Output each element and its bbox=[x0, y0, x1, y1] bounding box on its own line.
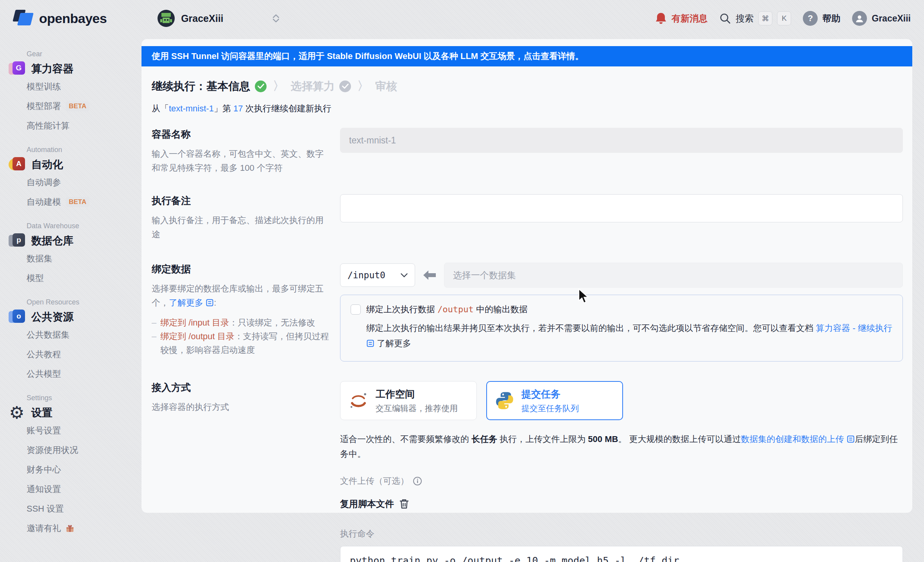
sidebar-item-auto-modeling[interactable]: 自动建模BETA bbox=[27, 192, 141, 212]
notifications-label: 有新消息 bbox=[672, 13, 707, 25]
kbd-cmd: ⌘ bbox=[758, 11, 772, 25]
top-header: openbayes GraceXiii 有新消息 搜索 ⌘ K ? 帮助 bbox=[0, 0, 924, 37]
workspace-name: GraceXiii bbox=[181, 13, 223, 24]
sidebar-item-public-models[interactable]: 公共模型 bbox=[27, 364, 141, 384]
public-resources-icon: o bbox=[9, 309, 25, 325]
beta-badge: BETA bbox=[66, 101, 90, 111]
bind-output-desc: 绑定上次执行的输出结果并拷贝至本次执行，若并不需要以前的输出，可不勾选此项以节省… bbox=[366, 321, 892, 351]
workspace-picker[interactable]: GraceXiii bbox=[158, 10, 279, 27]
search-icon bbox=[719, 13, 731, 24]
kbd-k: K bbox=[777, 11, 791, 25]
sidebar-item-public-resources[interactable]: o 公共资源 bbox=[9, 309, 141, 325]
user-menu[interactable]: GraceXiii bbox=[852, 11, 911, 26]
help-button[interactable]: ? 帮助 bbox=[803, 11, 840, 26]
command-textarea[interactable]: python train.py -o /output -e 10 -m mode… bbox=[340, 546, 903, 562]
brand-name: openbayes bbox=[39, 11, 107, 26]
wizard-steps: 继续执行：基本信息 〉 选择算力 〉 审核 bbox=[152, 78, 912, 94]
sidebar-item-billing-center[interactable]: 财务中心 bbox=[27, 460, 141, 480]
reuse-script-label: 复用脚本文件 bbox=[340, 498, 394, 510]
step-separator-icon: 〉 bbox=[357, 78, 369, 94]
sidebar-item-account-settings[interactable]: 账号设置 bbox=[27, 421, 141, 440]
continue-doc-link[interactable]: 算力容器 - 继续执行 bbox=[816, 323, 892, 333]
gear-icon: ⚙ bbox=[9, 404, 25, 421]
sidebar-item-datasets[interactable]: 数据集 bbox=[27, 249, 141, 268]
learn-more-link[interactable]: 了解更多 bbox=[169, 298, 203, 308]
file-upload-label: 文件上传（可选） bbox=[340, 475, 409, 487]
check-circle-green-icon bbox=[255, 81, 267, 92]
step-review: 审核 bbox=[375, 79, 397, 94]
workspace-card[interactable]: 工作空间 交互编辑器，推荐使用 bbox=[340, 381, 477, 420]
bind-output-bullet: –绑定到 /output 目录：支持读写，但拷贝过程较慢，影响容器启动速度 bbox=[152, 329, 331, 357]
info-icon[interactable] bbox=[413, 476, 422, 486]
chevron-down-icon bbox=[401, 273, 408, 277]
sidebar-item-data-warehouse[interactable]: p 数据仓库 bbox=[9, 233, 141, 249]
sidebar-item-auto-tuning[interactable]: 自动调参 bbox=[27, 173, 141, 192]
container-name-label: 容器名称 bbox=[152, 128, 340, 141]
dataset-select-input[interactable] bbox=[444, 263, 903, 288]
user-avatar bbox=[852, 11, 867, 26]
compute-container-icon: G bbox=[9, 61, 25, 77]
data-warehouse-icon: p bbox=[9, 233, 25, 249]
automation-icon: A bbox=[9, 156, 25, 173]
sidebar-item-ssh-settings[interactable]: SSH 设置 bbox=[27, 499, 141, 519]
bind-output-checkbox[interactable] bbox=[351, 304, 361, 315]
search-button[interactable]: 搜索 ⌘ K bbox=[719, 11, 791, 25]
workspace-card-title: 工作空间 bbox=[376, 388, 458, 401]
sidebar-item-referral[interactable]: 邀请有礼 bbox=[27, 519, 141, 538]
sidebar-section-label-open-resources: Open Resources bbox=[27, 298, 141, 306]
mount-path-select[interactable]: /input0 bbox=[340, 263, 415, 287]
sidebar-item-model-training[interactable]: 模型训练 bbox=[27, 77, 141, 97]
step-separator-icon: 〉 bbox=[273, 78, 285, 94]
container-link[interactable]: text-mnist-1 bbox=[169, 104, 214, 113]
sidebar-item-hpc[interactable]: 高性能计算 bbox=[27, 116, 141, 136]
task-caption: 适合一次性的、不需要频繁修改的 长任务 执行，上传文件上限为 500 MB。 更… bbox=[340, 432, 903, 461]
sidebar-item-public-tutorials[interactable]: 公共教程 bbox=[27, 345, 141, 364]
run-number-link[interactable]: 17 bbox=[233, 104, 243, 113]
bell-icon bbox=[655, 12, 667, 25]
run-note-desc: 输入执行备注，用于备忘、描述此次执行的用途 bbox=[152, 213, 328, 242]
sidebar-item-notification-settings[interactable]: 通知设置 bbox=[27, 480, 141, 499]
sidebar-item-model-deployment[interactable]: 模型部署BETA bbox=[27, 97, 141, 116]
access-mode-desc: 选择容器的执行方式 bbox=[152, 400, 328, 414]
chevron-updown-icon bbox=[273, 14, 279, 22]
command-value: python train.py -o /output -e 10 -m mode… bbox=[350, 555, 679, 562]
sidebar-section-label-gear: Gear bbox=[27, 50, 141, 58]
dataset-upload-doc-link[interactable]: 数据集的创建和数据的上传 bbox=[741, 434, 844, 444]
trash-icon[interactable] bbox=[399, 499, 409, 509]
sidebar-item-compute-containers[interactable]: G 算力容器 bbox=[9, 61, 141, 77]
sidebar-item-settings[interactable]: ⚙ 设置 bbox=[9, 404, 141, 421]
continue-from-line: 从「text-mnist-1」第 17 次执行继续创建新执行 bbox=[152, 103, 912, 115]
workspace-avatar bbox=[158, 10, 175, 27]
reuse-script-row: 复用脚本文件 bbox=[340, 498, 903, 510]
run-note-label: 执行备注 bbox=[152, 194, 340, 207]
step-current-basic-info: 继续执行：基本信息 bbox=[152, 79, 250, 94]
notifications-button[interactable]: 有新消息 bbox=[655, 12, 707, 25]
submit-task-card-title: 提交任务 bbox=[521, 388, 579, 401]
ssh-tunnel-banner[interactable]: 使用 SSH Tunnel 访问容器里的端口，适用于 Stable Diffus… bbox=[141, 46, 912, 66]
container-name-input[interactable] bbox=[340, 128, 903, 153]
document-icon bbox=[847, 435, 855, 443]
bind-data-label: 绑定数据 bbox=[152, 263, 340, 276]
container-name-desc: 输入一个容器名称，可包含中文、英文、数字和常见特殊字符，最多 100 个字符 bbox=[152, 147, 328, 175]
bind-previous-output-box: 绑定上次执行数据 /output 中的输出数据 绑定上次执行的输出结果并拷贝至本… bbox=[340, 295, 903, 362]
sidebar-item-resource-usage[interactable]: 资源使用状况 bbox=[27, 440, 141, 460]
brand-logo[interactable]: openbayes bbox=[13, 9, 107, 28]
sidebar-section-label-settings: Settings bbox=[27, 394, 141, 402]
step-select-compute: 选择算力 bbox=[291, 79, 335, 94]
command-label: 执行命令 bbox=[340, 528, 903, 540]
bind-output-title: 绑定上次执行数据 /output 中的输出数据 bbox=[366, 304, 528, 315]
sidebar-item-models[interactable]: 模型 bbox=[27, 268, 141, 288]
sidebar-item-automation[interactable]: A 自动化 bbox=[9, 156, 141, 173]
sidebar-section-label-data-warehouse: Data Warehouse bbox=[27, 222, 141, 230]
banner-text: 使用 SSH Tunnel 访问容器里的端口，适用于 Stable Diffus… bbox=[152, 50, 584, 62]
jupyter-icon bbox=[348, 390, 369, 411]
sidebar: Gear G 算力容器 模型训练 模型部署BETA 高性能计算 Automati… bbox=[0, 37, 141, 538]
python-icon bbox=[495, 391, 514, 410]
sidebar-item-public-datasets[interactable]: 公共数据集 bbox=[27, 325, 141, 345]
file-upload-row: 文件上传（可选） bbox=[340, 475, 903, 487]
beta-badge: BETA bbox=[66, 197, 90, 207]
submit-task-card[interactable]: 提交任务 提交至任务队列 bbox=[486, 381, 623, 420]
run-note-input[interactable] bbox=[340, 194, 903, 222]
search-label: 搜索 bbox=[736, 13, 754, 25]
workspace-card-sub: 交互编辑器，推荐使用 bbox=[376, 403, 458, 414]
